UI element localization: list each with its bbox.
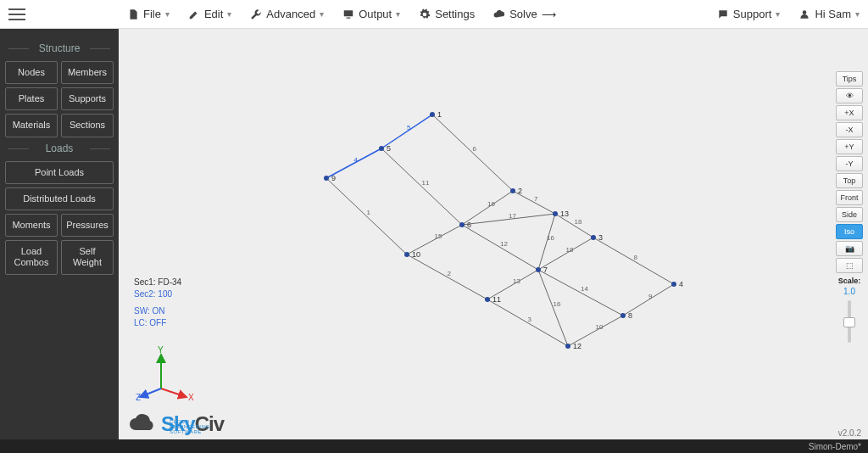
view-tool-[interactable]: 📷 xyxy=(836,241,863,256)
load-combos-button[interactable]: Load Combos xyxy=(5,240,58,274)
view-tool-top[interactable]: Top xyxy=(836,173,863,188)
view-tool-front[interactable]: Front xyxy=(836,190,863,205)
svg-line-6 xyxy=(381,148,462,225)
file-menu[interactable]: File▾ xyxy=(127,8,170,20)
chevron-down-icon: ▾ xyxy=(165,9,170,19)
advanced-menu[interactable]: Advanced▾ xyxy=(250,8,324,20)
svg-text:5: 5 xyxy=(387,144,391,153)
view-tool-side[interactable]: Side xyxy=(836,207,863,222)
chevron-down-icon: ▾ xyxy=(396,9,400,19)
pressures-button[interactable]: Pressures xyxy=(61,214,114,237)
support-menu[interactable]: Support▾ xyxy=(717,8,781,20)
loads-section-title: Loads xyxy=(5,143,114,154)
version-label: v2.0.2 xyxy=(838,428,861,438)
svg-text:12: 12 xyxy=(573,342,581,350)
view-tool-iso[interactable]: Iso xyxy=(836,224,863,239)
settings-menu[interactable]: Settings xyxy=(419,8,475,20)
svg-point-52 xyxy=(404,252,409,257)
svg-point-62 xyxy=(671,282,676,287)
materials-button[interactable]: Materials xyxy=(5,114,58,137)
canvas-info: Sec1: FD-34 Sec2: 100 SW: ON LC: OFF xyxy=(134,277,181,329)
chevron-down-icon: ▾ xyxy=(227,9,231,19)
user-menu[interactable]: Hi Sam▾ xyxy=(798,8,860,20)
svg-text:7: 7 xyxy=(543,266,548,274)
svg-point-42 xyxy=(430,112,435,117)
svg-text:13: 13 xyxy=(513,277,520,285)
svg-line-8 xyxy=(326,178,407,254)
svg-point-46 xyxy=(324,176,329,181)
slider-thumb[interactable] xyxy=(843,317,855,327)
svg-point-64 xyxy=(620,313,626,318)
self-weight-status: SW: ON xyxy=(134,305,181,317)
svg-line-70 xyxy=(140,389,161,397)
svg-line-24 xyxy=(407,254,487,299)
status-bar: Simon-Demo* xyxy=(0,439,868,453)
members-button[interactable]: Members xyxy=(61,61,114,84)
edit-menu[interactable]: Edit▾ xyxy=(188,8,231,20)
user-label: Hi Sam xyxy=(815,8,851,20)
svg-text:10: 10 xyxy=(596,323,604,331)
gear-icon xyxy=(419,8,431,20)
nodes-button[interactable]: Nodes xyxy=(5,61,58,84)
support-label: Support xyxy=(733,8,772,20)
solve-button[interactable]: Solve⟶ xyxy=(493,8,556,20)
svg-text:16: 16 xyxy=(554,300,561,308)
svg-point-44 xyxy=(379,146,384,151)
menu-toggle-icon[interactable] xyxy=(8,8,25,20)
output-menu[interactable]: Output▾ xyxy=(342,8,400,20)
sections-button[interactable]: Sections xyxy=(61,114,114,137)
svg-point-58 xyxy=(536,267,541,272)
svg-text:6: 6 xyxy=(473,145,477,153)
cloud-logo-icon xyxy=(127,413,158,435)
view-tool-tips[interactable]: Tips xyxy=(836,71,863,87)
svg-text:Y: Y xyxy=(158,346,164,355)
chat-icon xyxy=(717,8,729,20)
edit-label: Edit xyxy=(204,8,223,20)
settings-label: Settings xyxy=(435,8,475,20)
svg-text:18: 18 xyxy=(566,246,574,254)
arrow-right-icon: ⟶ xyxy=(542,8,556,20)
brand-tagline: CLOUD ENGINEERING SOFTWARE xyxy=(170,419,224,434)
svg-text:16: 16 xyxy=(547,234,554,242)
svg-text:4: 4 xyxy=(679,280,683,288)
scale-label: Scale: xyxy=(838,277,861,285)
svg-text:18: 18 xyxy=(575,218,582,226)
model-svg: 5461111615718171612213818143910161592610… xyxy=(119,29,868,439)
brand-logo: SkyCiv CLOUD ENGINEERING SOFTWARE xyxy=(127,412,224,436)
scale-slider[interactable] xyxy=(848,300,851,343)
view-tool-+x[interactable]: +X xyxy=(836,105,863,120)
svg-point-60 xyxy=(485,297,490,302)
user-icon xyxy=(798,8,810,20)
plates-button[interactable]: Plates xyxy=(5,87,58,110)
view-tool-[interactable]: ⬚ xyxy=(836,258,863,273)
view-tool-[interactable]: 👁 xyxy=(836,88,863,103)
svg-text:9: 9 xyxy=(331,174,336,182)
svg-text:2: 2 xyxy=(518,187,522,195)
svg-point-66 xyxy=(565,344,570,349)
svg-text:14: 14 xyxy=(581,285,588,293)
view-tool--x[interactable]: -X xyxy=(836,122,863,137)
svg-line-22 xyxy=(462,225,538,270)
point-loads-button[interactable]: Point Loads xyxy=(5,161,114,184)
pencil-icon xyxy=(188,8,200,20)
view-tool--y[interactable]: -Y xyxy=(836,156,863,171)
svg-text:3: 3 xyxy=(598,233,603,242)
right-menu: Support▾ Hi Sam▾ xyxy=(717,8,860,20)
distributed-loads-button[interactable]: Distributed Loads xyxy=(5,187,114,210)
view-tools-panel: Tips👁+X-X+Y-YTopFrontSideIso📷⬚ Scale: 1.… xyxy=(834,71,865,343)
supports-button[interactable]: Supports xyxy=(61,87,114,110)
moments-button[interactable]: Moments xyxy=(5,214,58,237)
svg-point-56 xyxy=(591,235,596,240)
scale-value: 1.0 xyxy=(843,287,855,296)
main-menu: File▾ Edit▾ Advanced▾ Output▾ Settings S… xyxy=(127,8,556,20)
view-tool-+y[interactable]: +Y xyxy=(836,139,863,154)
svg-text:11: 11 xyxy=(492,295,501,304)
section1-label: Sec1: FD-34 xyxy=(134,277,181,288)
axes-indicator: X Y Z xyxy=(136,346,195,405)
model-canvas[interactable]: 5461111615718171612213818143910161592610… xyxy=(119,29,868,439)
svg-text:12: 12 xyxy=(500,240,508,248)
chevron-down-icon: ▾ xyxy=(320,9,324,19)
structure-section-title: Structure xyxy=(5,42,114,54)
self-weight-button[interactable]: Self Weight xyxy=(61,240,114,274)
file-label: File xyxy=(143,8,161,20)
